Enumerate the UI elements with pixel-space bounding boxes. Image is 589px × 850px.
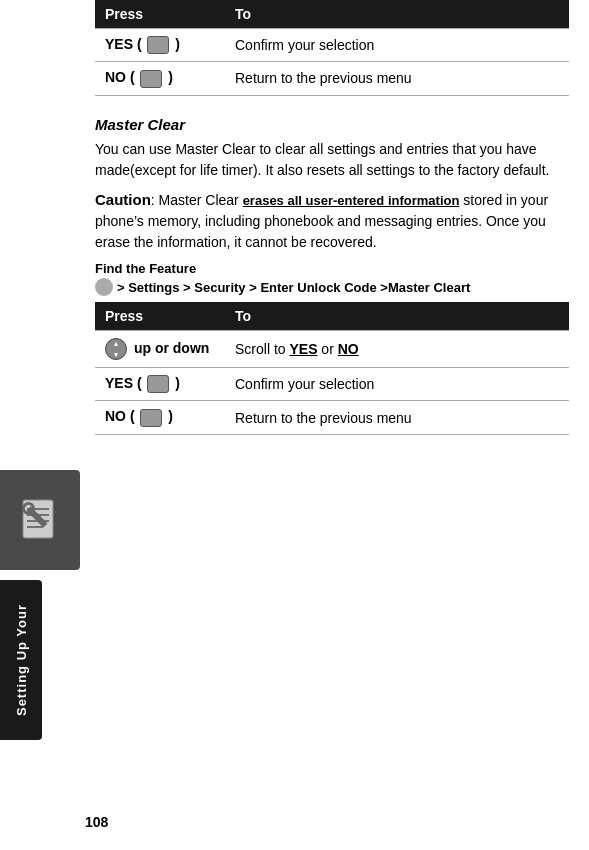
find-feature-label: Find the Feature	[95, 261, 569, 276]
yes-label-top: YES (	[105, 36, 142, 52]
scroll-nav-icon	[105, 338, 127, 360]
yes-button-icon-bottom	[147, 375, 169, 393]
yes-press-cell-top: YES ( )	[95, 29, 225, 62]
page-container: Setting Up Your Press To	[0, 0, 589, 850]
table-row: NO ( ) Return to the previous menu	[95, 401, 569, 434]
top-table-header-to: To	[225, 0, 569, 29]
no-to-cell-bottom: Return to the previous menu	[225, 401, 569, 434]
bottom-table-area: Press To up or down Scrol	[95, 302, 569, 435]
yes-label-bottom: YES (	[105, 375, 142, 391]
no-close-top: )	[168, 69, 173, 85]
scroll-to-cell: Scroll to YES or NO	[225, 331, 569, 368]
no-press-cell-top: NO ( )	[95, 62, 225, 95]
side-tab: Setting Up Your	[0, 580, 42, 740]
table-row: NO ( ) Return to the previous menu	[95, 62, 569, 95]
main-content: Press To YES ( ) Confirm your selection	[85, 0, 589, 471]
no-to-cell-top: Return to the previous menu	[225, 62, 569, 95]
caution-line: Caution: Master Clear erases all user-en…	[95, 189, 569, 254]
scroll-or: or	[317, 341, 337, 357]
no-label-bottom: NO (	[105, 408, 135, 424]
caution-label: Caution	[95, 191, 151, 208]
no-close-bottom: )	[168, 408, 173, 424]
yes-close-bottom: )	[175, 375, 180, 391]
down-text: down	[173, 340, 210, 356]
section-body: You can use Master Clear to clear all se…	[95, 139, 569, 181]
scroll-press-cell: up or down	[95, 331, 225, 368]
up-text: up	[134, 340, 151, 356]
master-clear-section: Master Clear You can use Master Clear to…	[95, 116, 569, 297]
yes-to-cell-top: Confirm your selection	[225, 29, 569, 62]
yes-button-icon-top	[147, 36, 169, 54]
yes-press-cell-bottom: YES ( )	[95, 368, 225, 401]
table-row: up or down Scroll to YES or NO	[95, 331, 569, 368]
menu-icon	[95, 278, 113, 296]
side-tab-label: Setting Up Your	[14, 604, 29, 716]
tool-icon-area	[0, 470, 80, 570]
caution-erases-text: erases all user-entered information	[243, 193, 460, 208]
top-table-area: Press To YES ( ) Confirm your selection	[95, 0, 569, 96]
no-button-icon-top	[140, 70, 162, 88]
caution-colon: : Master Clear	[151, 192, 243, 208]
no-press-cell-bottom: NO ( )	[95, 401, 225, 434]
bottom-table-header-to: To	[225, 302, 569, 331]
no-label-top: NO (	[105, 69, 135, 85]
wrench-icon	[15, 495, 65, 545]
find-feature-path: > Settings > Security > Enter Unlock Cod…	[95, 278, 569, 296]
scroll-yes: YES	[289, 341, 317, 357]
page-number: 108	[85, 814, 108, 830]
bottom-table-header-press: Press	[95, 302, 225, 331]
table-row: YES ( ) Confirm your selection	[95, 29, 569, 62]
scroll-no: NO	[338, 341, 359, 357]
find-feature-path-text: > Settings > Security > Enter Unlock Cod…	[117, 280, 470, 295]
top-table: Press To YES ( ) Confirm your selection	[95, 0, 569, 96]
top-table-header-press: Press	[95, 0, 225, 29]
bottom-table: Press To up or down Scrol	[95, 302, 569, 435]
section-title: Master Clear	[95, 116, 569, 133]
no-button-icon-bottom	[140, 409, 162, 427]
yes-to-cell-bottom: Confirm your selection	[225, 368, 569, 401]
yes-close-top: )	[175, 36, 180, 52]
scroll-to-text: Scroll to	[235, 341, 289, 357]
table-row: YES ( ) Confirm your selection	[95, 368, 569, 401]
or-text: or	[155, 340, 173, 356]
